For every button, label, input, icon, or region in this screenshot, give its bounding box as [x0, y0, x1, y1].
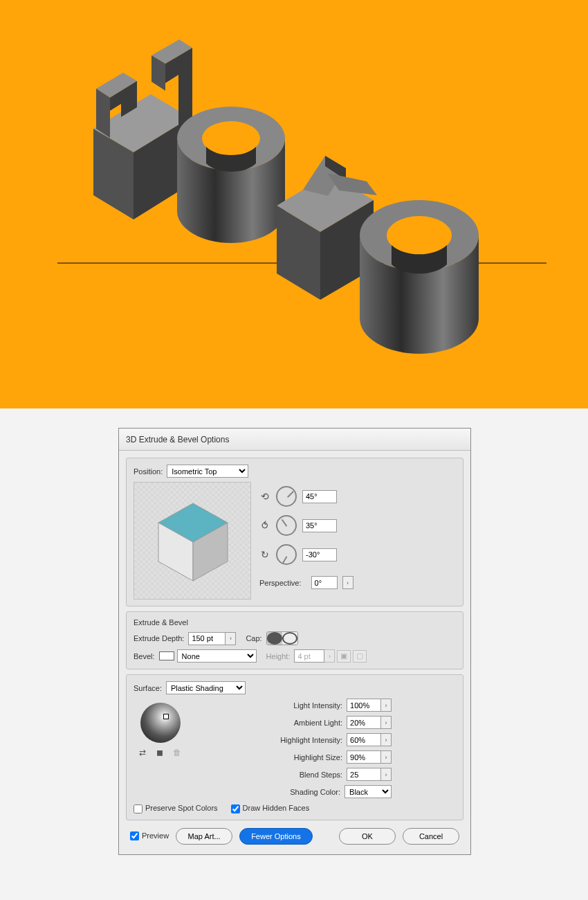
highlight-intensity-label: Highlight Intensity:	[263, 736, 342, 744]
blend-steps-input[interactable]	[347, 768, 381, 781]
highlight-intensity-stepper[interactable]	[380, 733, 392, 746]
dialog-title: 3D Extrude & Bevel Options	[119, 429, 470, 451]
map-art-button[interactable]: Map Art...	[176, 828, 232, 845]
light-intensity-input[interactable]	[347, 699, 381, 712]
perspective-stepper[interactable]	[342, 576, 353, 589]
perspective-label: Perspective:	[259, 579, 302, 587]
position-select[interactable]: Isometric Top	[167, 465, 248, 478]
rotate-y-input[interactable]	[302, 519, 337, 532]
bevel-in-icon: ▣	[337, 650, 351, 663]
rotate-x-icon: ⟲	[259, 491, 270, 502]
blend-steps-stepper[interactable]	[380, 768, 392, 781]
move-light-back-icon[interactable]: ⇄	[136, 747, 149, 758]
shading-color-label: Shading Color:	[261, 788, 340, 796]
cap-off-icon[interactable]	[282, 632, 297, 645]
highlight-size-label: Highlight Size:	[263, 753, 342, 762]
rotate-y-dial[interactable]	[276, 515, 297, 536]
ok-button[interactable]: OK	[339, 828, 396, 845]
rotate-z-input[interactable]	[302, 548, 337, 561]
position-label: Position:	[134, 467, 163, 476]
ambient-light-stepper[interactable]	[380, 716, 392, 729]
bevel-label: Bevel:	[134, 652, 155, 660]
rotate-y-icon: ⥀	[259, 520, 270, 531]
bevel-select[interactable]: None	[177, 649, 257, 663]
highlight-size-stepper[interactable]	[380, 750, 392, 764]
position-section: Position: Isometric Top ⟲	[126, 458, 463, 606]
extrude-section-title: Extrude & Bevel	[134, 618, 456, 627]
new-light-icon[interactable]: ◼	[154, 747, 166, 758]
rotate-z-icon: ↻	[259, 549, 270, 560]
highlight-size-input[interactable]	[347, 750, 381, 764]
shading-color-select[interactable]: Black	[344, 785, 392, 798]
light-intensity-stepper[interactable]	[380, 699, 392, 712]
ambient-light-input[interactable]	[347, 716, 381, 729]
light-intensity-label: Light Intensity:	[263, 701, 342, 710]
extrude-depth-input[interactable]	[188, 632, 226, 645]
ambient-light-label: Ambient Light:	[263, 719, 342, 727]
draw-hidden-faces-checkbox[interactable]: Draw Hidden Faces	[231, 804, 310, 812]
light-sphere[interactable]	[140, 703, 181, 743]
preserve-spot-colors-checkbox[interactable]: Preserve Spot Colors	[134, 804, 218, 812]
perspective-input[interactable]	[311, 576, 338, 589]
cap-toggle[interactable]	[266, 631, 298, 645]
blend-steps-label: Blend Steps:	[263, 771, 342, 779]
surface-select[interactable]: Plastic Shading	[166, 681, 246, 694]
highlight-intensity-input[interactable]	[347, 733, 381, 746]
rotate-x-dial[interactable]	[276, 486, 297, 507]
surface-label: Surface:	[134, 684, 162, 692]
preview-checkbox[interactable]: Preview	[130, 831, 169, 841]
rotation-preview[interactable]	[134, 482, 251, 600]
cancel-button[interactable]: Cancel	[403, 828, 459, 845]
fewer-options-button[interactable]: Fewer Options	[239, 828, 313, 845]
rotate-z-dial[interactable]	[276, 544, 297, 565]
dialog-3d-extrude-bevel: 3D Extrude & Bevel Options Position: Iso…	[118, 428, 471, 855]
cap-label: Cap:	[246, 634, 261, 642]
delete-light-icon[interactable]: 🗑	[171, 747, 183, 758]
extrude-depth-stepper[interactable]	[225, 632, 236, 645]
bevel-height-input	[294, 649, 324, 663]
extrude-bevel-section: Extrude & Bevel Extrude Depth: Cap: Beve…	[126, 611, 463, 669]
bevel-height-label: Height:	[266, 652, 291, 660]
bevel-swatch	[159, 651, 174, 660]
extrude-depth-label: Extrude Depth:	[134, 634, 184, 642]
cap-on-icon[interactable]	[267, 632, 282, 645]
light-marker[interactable]	[163, 714, 169, 719]
rotate-x-input[interactable]	[302, 490, 337, 503]
artwork-canvas	[0, 0, 588, 408]
surface-section: Surface: Plastic Shading ⇄ ◼ 🗑 Light Int…	[126, 674, 463, 820]
bevel-height-stepper	[324, 649, 335, 663]
bevel-out-icon: ▢	[353, 650, 367, 663]
